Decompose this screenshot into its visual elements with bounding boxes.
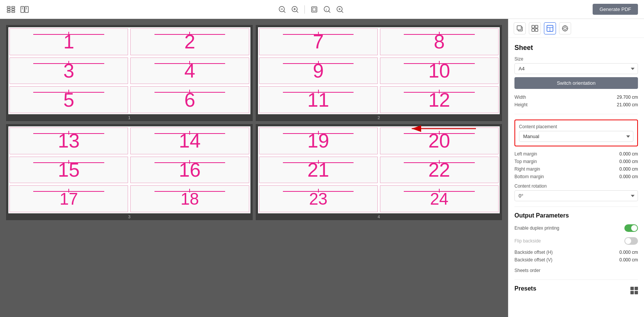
zoom-in-icon[interactable] xyxy=(290,5,300,14)
sheet-1: 1 2 3 4 5 6 1 xyxy=(6,25,253,121)
panel-target-icon-btn[interactable] xyxy=(559,22,571,34)
svg-rect-1 xyxy=(7,9,10,10)
flip-backside-label: Flip backside xyxy=(514,238,541,244)
panel-layout-icon-btn[interactable] xyxy=(544,22,556,34)
panel-top-icons xyxy=(508,19,644,38)
svg-rect-32 xyxy=(532,29,534,31)
card-17: 17 xyxy=(9,185,128,212)
toolbar-separator xyxy=(304,5,305,14)
width-row: Width 29.700 cm xyxy=(514,93,638,101)
card-14: 14 xyxy=(130,127,249,154)
sheet-row-top: 1 2 3 4 5 6 1 7 8 9 10 11 12 xyxy=(6,25,502,121)
bottom-margin-value: 0.000 cm xyxy=(619,174,638,179)
flip-backside-toggle[interactable] xyxy=(624,237,638,245)
card-18: 18 xyxy=(130,185,249,212)
card-12: 12 xyxy=(380,86,499,113)
backside-offset-v-row: Backside offset (V) 0.000 cm xyxy=(514,256,638,264)
columns-icon[interactable] xyxy=(20,5,29,14)
card-21: 21 xyxy=(259,157,378,183)
svg-rect-18 xyxy=(313,8,316,11)
content-placement-box: Content placement Manual Auto Center xyxy=(514,120,638,146)
presets-row: Presets xyxy=(514,285,638,296)
generate-pdf-button[interactable]: Generate PDF xyxy=(593,4,638,15)
svg-rect-2 xyxy=(7,11,10,12)
card-4: 4 xyxy=(130,57,249,84)
card-15: 15 xyxy=(9,157,128,183)
left-margin-row: Left margin 0.000 cm xyxy=(514,150,638,158)
content-rotation-select[interactable]: 0° 90° 180° 270° xyxy=(514,190,638,201)
top-margin-label: Top margin xyxy=(514,159,537,164)
fit-page-icon[interactable] xyxy=(309,5,319,14)
layout-grid-icon[interactable] xyxy=(6,5,16,14)
svg-rect-29 xyxy=(517,26,521,30)
svg-rect-31 xyxy=(535,25,538,28)
switch-orientation-button[interactable]: Switch orientation xyxy=(514,77,638,89)
backside-offset-v-value: 0.000 cm xyxy=(619,257,638,263)
svg-rect-4 xyxy=(12,9,15,10)
sheet-1-label: 1 xyxy=(128,115,130,120)
fit-all-icon[interactable] xyxy=(335,5,345,14)
height-value: 21.000 cm xyxy=(617,102,638,107)
sheet-2: 7 8 9 10 11 12 2 xyxy=(256,25,502,121)
size-select[interactable]: A4 A3 Letter xyxy=(514,63,638,74)
height-row: Height 21.000 cm xyxy=(514,101,638,109)
panel-copy-icon-btn[interactable] xyxy=(514,22,526,34)
output-parameters-title: Output Parameters xyxy=(514,212,638,219)
svg-point-38 xyxy=(564,27,567,30)
svg-line-20 xyxy=(329,11,330,12)
card-24: 24 xyxy=(380,185,499,212)
top-margin-row: Top margin 0.000 cm xyxy=(514,158,638,165)
backside-offset-h-value: 0.000 cm xyxy=(619,250,638,255)
enable-duplex-label: Enable duplex printing xyxy=(514,225,559,231)
flip-backside-row: Flip backside xyxy=(514,236,638,246)
card-6: 6 xyxy=(130,86,249,113)
svg-text:1: 1 xyxy=(326,8,327,11)
right-margin-label: Right margin xyxy=(514,166,540,172)
backside-offset-h-label: Backside offset (H) xyxy=(514,250,553,255)
enable-duplex-row: Enable duplex printing xyxy=(514,223,638,233)
presets-grid-icon[interactable] xyxy=(630,287,638,294)
sheet-2-inner: 7 8 9 10 11 12 xyxy=(258,27,500,114)
zoom-100-icon[interactable]: 1 xyxy=(322,5,332,14)
sheet-4-inner: 19 20 21 22 23 24 xyxy=(258,126,500,213)
sheet-3-label: 3 xyxy=(128,214,130,219)
svg-rect-5 xyxy=(12,11,15,12)
presets-title: Presets xyxy=(514,285,536,292)
svg-rect-30 xyxy=(532,25,534,28)
backside-offset-v-label: Backside offset (V) xyxy=(514,257,553,263)
sheet-3: 13 14 15 16 17 18 3 xyxy=(6,124,253,220)
right-panel: Sheet Size A4 A3 Letter Switch orientati… xyxy=(508,19,644,317)
sheet-2-label: 2 xyxy=(378,115,380,120)
sheets-order-label: Sheets order xyxy=(514,268,541,273)
card-10: 10 xyxy=(380,57,499,84)
zoom-out-icon[interactable] xyxy=(277,5,287,14)
card-9: 9 xyxy=(259,57,378,84)
enable-duplex-toggle[interactable] xyxy=(624,224,638,232)
content-rotation-label: Content rotation xyxy=(514,183,638,189)
sheet-1-inner: 1 2 3 4 5 6 xyxy=(8,27,250,114)
panel-grid-icon-btn[interactable] xyxy=(529,22,541,34)
card-22: 22 xyxy=(380,157,499,183)
content-placement-select[interactable]: Manual Auto Center xyxy=(519,131,633,142)
card-2: 2 xyxy=(130,28,249,55)
svg-rect-3 xyxy=(12,6,15,8)
left-margin-value: 0.000 cm xyxy=(619,151,638,157)
width-label: Width xyxy=(514,95,526,100)
card-7: 7 xyxy=(259,28,378,55)
svg-line-16 xyxy=(297,11,298,12)
toolbar-center: 1 xyxy=(34,5,588,14)
card-11: 11 xyxy=(259,86,378,113)
card-16: 16 xyxy=(130,157,249,183)
size-label: Size xyxy=(514,56,638,62)
sheet-3-inner: 13 14 15 16 17 18 xyxy=(8,126,250,213)
top-margin-value: 0.000 cm xyxy=(619,159,638,164)
toolbar-left xyxy=(6,5,29,14)
panel-content: Sheet Size A4 A3 Letter Switch orientati… xyxy=(508,38,644,317)
bottom-margin-label: Bottom margin xyxy=(514,174,544,179)
width-value: 29.700 cm xyxy=(617,95,638,100)
sheet-row-bottom: 13 14 15 16 17 18 3 19 20 21 22 23 24 xyxy=(6,124,502,220)
card-20: 20 xyxy=(380,127,499,154)
sheet-4-label: 4 xyxy=(378,214,380,219)
card-13: 13 xyxy=(9,127,128,154)
bottom-margin-row: Bottom margin 0.000 cm xyxy=(514,173,638,180)
